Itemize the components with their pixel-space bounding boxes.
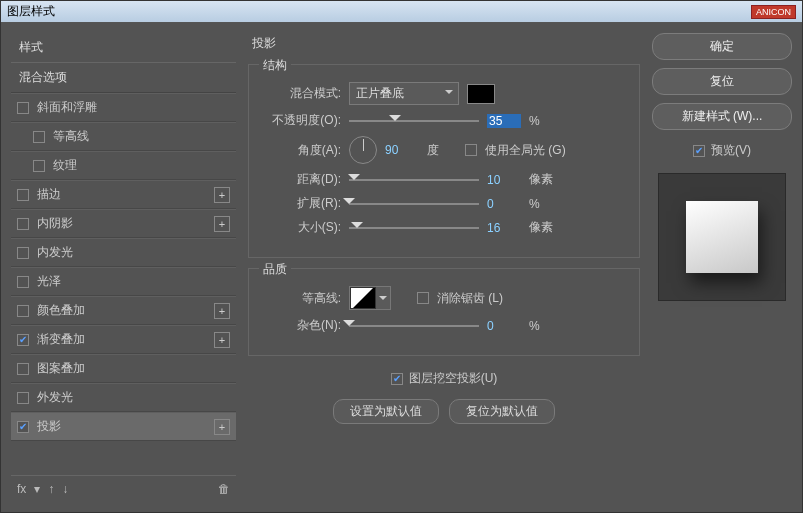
style-checkbox[interactable] [33, 160, 45, 172]
style-item-1[interactable]: 等高线 [11, 122, 236, 151]
blend-options-item[interactable]: 混合选项 [11, 62, 236, 93]
size-label: 大小(S): [261, 219, 341, 236]
spread-label: 扩展(R): [261, 195, 341, 212]
distance-unit: 像素 [529, 171, 559, 188]
style-checkbox[interactable] [17, 392, 29, 404]
style-item-label: 渐变叠加 [37, 331, 85, 348]
blend-mode-select[interactable]: 正片叠底 [349, 82, 459, 105]
style-item-label: 颜色叠加 [37, 302, 85, 319]
shadow-color-swatch[interactable] [467, 84, 495, 104]
quality-legend: 品质 [259, 261, 291, 278]
style-checkbox[interactable] [17, 218, 29, 230]
style-item-label: 光泽 [37, 273, 61, 290]
ok-button[interactable]: 确定 [652, 33, 792, 60]
titlebar-badge: ANICON [751, 5, 796, 19]
add-effect-icon[interactable]: + [214, 419, 230, 435]
noise-label: 杂色(N): [261, 317, 341, 334]
anti-alias-label: 消除锯齿 (L) [437, 290, 503, 307]
spread-unit: % [529, 197, 559, 211]
style-item-label: 投影 [37, 418, 61, 435]
opacity-unit: % [529, 114, 559, 128]
distance-value[interactable]: 10 [487, 173, 521, 187]
style-item-2[interactable]: 纹理 [11, 151, 236, 180]
add-effect-icon[interactable]: + [214, 216, 230, 232]
noise-unit: % [529, 319, 559, 333]
style-item-label: 内发光 [37, 244, 73, 261]
style-item-label: 图案叠加 [37, 360, 85, 377]
noise-value[interactable]: 0 [487, 319, 521, 333]
new-style-button[interactable]: 新建样式 (W)... [652, 103, 792, 130]
noise-slider[interactable] [349, 319, 479, 333]
sidebar-header: 样式 [11, 33, 236, 62]
add-effect-icon[interactable]: + [214, 187, 230, 203]
size-slider[interactable] [349, 221, 479, 235]
style-item-label: 纹理 [53, 157, 77, 174]
style-checkbox[interactable] [17, 334, 29, 346]
set-default-button[interactable]: 设置为默认值 [333, 399, 439, 424]
style-checkbox[interactable] [17, 276, 29, 288]
style-item-7[interactable]: 颜色叠加+ [11, 296, 236, 325]
style-item-8[interactable]: 渐变叠加+ [11, 325, 236, 354]
panel-title: 投影 [248, 33, 640, 54]
global-light-checkbox[interactable] [465, 144, 477, 156]
opacity-value[interactable]: 35 [487, 114, 521, 128]
preview-checkbox[interactable] [693, 145, 705, 157]
add-effect-icon[interactable]: + [214, 332, 230, 348]
style-item-11[interactable]: 投影+ [11, 412, 236, 441]
fx-icon[interactable]: fx [17, 482, 26, 496]
style-item-9[interactable]: 图案叠加 [11, 354, 236, 383]
style-item-0[interactable]: 斜面和浮雕 [11, 93, 236, 122]
preview-thumbnail [686, 201, 758, 273]
angle-dial[interactable] [349, 136, 377, 164]
angle-value[interactable]: 90 [385, 143, 419, 157]
structure-legend: 结构 [259, 57, 291, 74]
size-value[interactable]: 16 [487, 221, 521, 235]
style-item-label: 等高线 [53, 128, 89, 145]
distance-slider[interactable] [349, 173, 479, 187]
size-unit: 像素 [529, 219, 559, 236]
contract-icon[interactable]: ▾ [34, 482, 40, 496]
style-item-5[interactable]: 内发光 [11, 238, 236, 267]
style-item-4[interactable]: 内阴影+ [11, 209, 236, 238]
style-item-label: 内阴影 [37, 215, 73, 232]
style-item-label: 斜面和浮雕 [37, 99, 97, 116]
anti-alias-checkbox[interactable] [417, 292, 429, 304]
contour-swatch-icon [350, 287, 376, 309]
reset-default-button[interactable]: 复位为默认值 [449, 399, 555, 424]
spread-value[interactable]: 0 [487, 197, 521, 211]
style-item-label: 外发光 [37, 389, 73, 406]
style-checkbox[interactable] [33, 131, 45, 143]
angle-label: 角度(A): [261, 142, 341, 159]
style-checkbox[interactable] [17, 247, 29, 259]
move-up-icon[interactable]: ↑ [48, 482, 54, 496]
style-checkbox[interactable] [17, 363, 29, 375]
contour-picker[interactable] [349, 286, 391, 310]
global-light-label: 使用全局光 (G) [485, 142, 566, 159]
structure-group: 结构 混合模式: 正片叠底 不透明度(O): 35 % 角度(A): 90 度 [248, 64, 640, 258]
sidebar-footer: fx ▾ ↑ ↓ 🗑 [11, 475, 236, 502]
move-down-icon[interactable]: ↓ [62, 482, 68, 496]
preview-box [658, 173, 786, 301]
style-item-10[interactable]: 外发光 [11, 383, 236, 412]
contour-label: 等高线: [261, 290, 341, 307]
style-checkbox[interactable] [17, 305, 29, 317]
style-checkbox[interactable] [17, 421, 29, 433]
style-item-3[interactable]: 描边+ [11, 180, 236, 209]
style-checkbox[interactable] [17, 189, 29, 201]
styles-sidebar: 样式 混合选项 斜面和浮雕等高线纹理描边+内阴影+内发光光泽颜色叠加+渐变叠加+… [11, 33, 236, 502]
style-checkbox[interactable] [17, 102, 29, 114]
angle-unit: 度 [427, 142, 457, 159]
spread-slider[interactable] [349, 197, 479, 211]
distance-label: 距离(D): [261, 171, 341, 188]
reset-button[interactable]: 复位 [652, 68, 792, 95]
blend-mode-label: 混合模式: [261, 85, 341, 102]
knockout-label: 图层挖空投影(U) [409, 370, 498, 387]
titlebar: 图层样式 ANICON [1, 1, 802, 23]
quality-group: 品质 等高线: 消除锯齿 (L) 杂色(N): 0 % [248, 268, 640, 356]
add-effect-icon[interactable]: + [214, 303, 230, 319]
trash-icon[interactable]: 🗑 [218, 482, 230, 496]
opacity-slider[interactable] [349, 114, 479, 128]
opacity-label: 不透明度(O): [261, 112, 341, 129]
style-item-6[interactable]: 光泽 [11, 267, 236, 296]
knockout-checkbox[interactable] [391, 373, 403, 385]
